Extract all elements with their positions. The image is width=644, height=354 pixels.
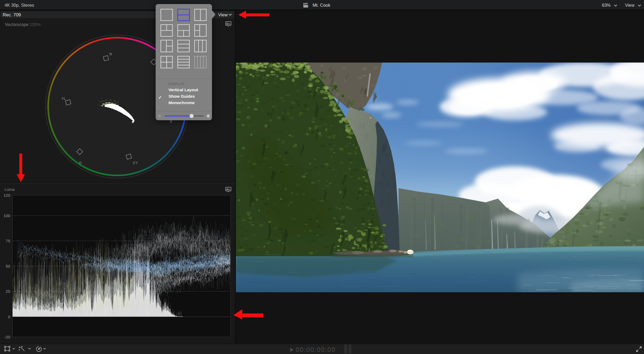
svg-text:CY: CY bbox=[133, 161, 138, 165]
svg-text:YL: YL bbox=[61, 97, 66, 101]
svg-text:R: R bbox=[109, 52, 112, 56]
svg-text:G: G bbox=[79, 161, 82, 165]
